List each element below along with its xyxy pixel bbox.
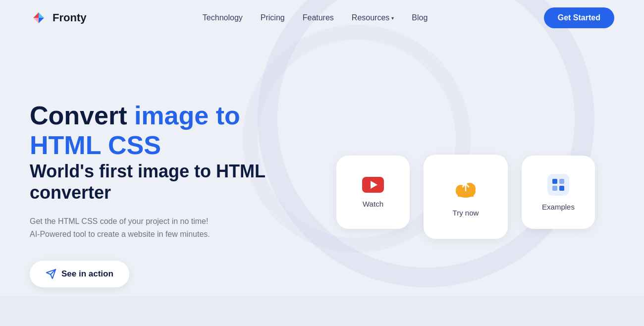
gallery-icon [547,174,569,196]
svg-rect-11 [559,186,564,191]
hero-title-static: Convert [30,101,134,130]
hero-section: Convert image to HTML CSS World's first … [0,36,644,313]
nav-item-features[interactable]: Features [303,13,334,22]
hero-cards: Watch Try now [287,140,614,239]
examples-card[interactable]: Examples [522,156,595,229]
get-started-button[interactable]: Get Started [544,7,614,28]
logo[interactable]: Fronty [30,9,86,27]
svg-marker-0 [33,12,39,18]
watch-card[interactable]: Watch [336,156,410,229]
svg-rect-10 [552,186,557,191]
hero-title: Convert image to HTML CSS World's first … [30,101,287,203]
send-icon [46,269,56,279]
see-in-action-button[interactable]: See in action [30,261,129,287]
chevron-down-icon: ▾ [391,15,394,21]
svg-marker-1 [33,18,39,23]
svg-marker-2 [39,12,44,18]
youtube-icon [362,177,384,193]
hero-left: Convert image to HTML CSS World's first … [30,91,287,287]
nav-item-resources[interactable]: Resources ▾ [352,13,394,22]
try-now-card[interactable]: Try now [424,155,508,239]
nav-item-technology[interactable]: Technology [203,13,243,22]
watch-label: Watch [363,200,383,208]
cloud-upload-icon [453,177,479,202]
nav-links: Technology Pricing Features Resources ▾ … [203,13,428,22]
try-now-label: Try now [453,209,479,217]
nav-actions: Get Started [544,7,614,28]
hero-subtitle: World's first image to HTML converter [30,161,265,203]
logo-icon [30,9,48,27]
svg-marker-3 [39,18,44,23]
navbar: Fronty Technology Pricing Features Resou… [0,0,644,36]
examples-label: Examples [542,203,575,211]
nav-item-blog[interactable]: Blog [412,13,428,22]
hero-description: Get the HTML CSS code of your project in… [30,215,228,240]
svg-rect-8 [552,179,557,184]
svg-rect-9 [559,179,564,184]
nav-item-pricing[interactable]: Pricing [261,13,285,22]
brand-name: Fronty [53,11,86,24]
